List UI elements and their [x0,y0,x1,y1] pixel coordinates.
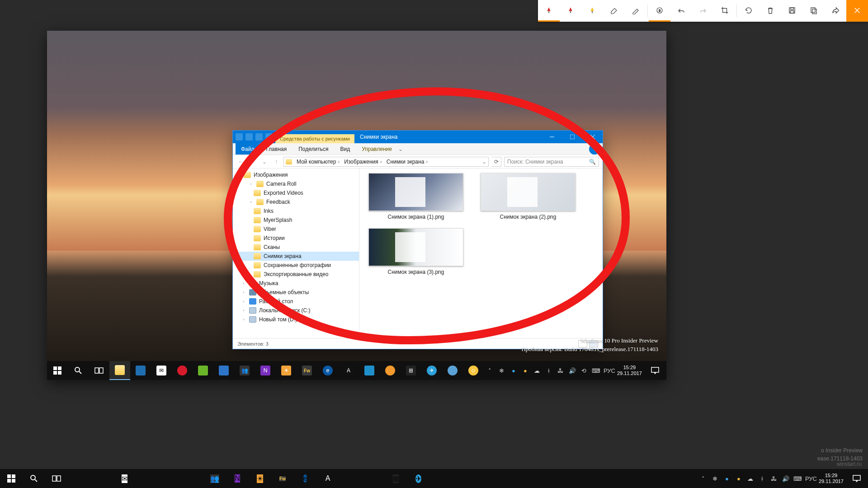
search-icon[interactable] [68,361,89,380]
nav-pane[interactable]: ⌄Изображения ›Camera Roll Exported Video… [233,169,359,338]
file-item[interactable]: Снимок экрана (1).png [364,173,468,220]
app-icon[interactable]: ☀ [249,469,271,488]
telegram-icon[interactable]: ✈ [407,469,429,488]
telegram-icon[interactable]: ✈ [421,361,442,380]
nav-item[interactable]: Exported Videos [233,188,359,197]
fireworks-icon[interactable]: Fw [271,469,294,488]
titlebar[interactable]: Средства работы с рисунками Снимки экран… [233,131,603,143]
nav-item[interactable]: ›Объемные объекты [233,288,359,297]
nav-item[interactable]: ›Локальный диск (C:) [233,306,359,315]
qat-icon[interactable] [255,133,263,141]
crop-icon[interactable] [714,0,736,22]
delete-icon[interactable] [760,0,781,22]
tray-app-icon[interactable]: ⌨ [592,367,600,374]
tray-app-icon[interactable]: ❄ [498,367,506,374]
pencil-icon[interactable] [625,0,646,22]
tray-app-icon[interactable]: ⟲ [580,367,588,374]
help-button[interactable]: ? [589,144,600,155]
file-explorer-icon[interactable] [68,469,90,488]
minimize-button[interactable] [542,131,562,143]
action-center-icon[interactable] [646,367,665,374]
network-icon[interactable]: 🖧 [557,367,565,374]
app-icon[interactable]: A [338,361,359,380]
app-icon[interactable]: ☀ [276,361,297,380]
app-icon[interactable] [213,361,234,380]
mail-icon[interactable]: ✉ [151,361,172,380]
close-button[interactable] [846,0,868,22]
app-icon[interactable] [181,469,203,488]
app-icon[interactable] [362,469,384,488]
emoji-icon[interactable]: ☺ [463,361,484,380]
nav-item[interactable]: ›Рабочий стол [233,297,359,306]
breadcrumb-segment[interactable]: Мой компьютер [295,159,341,165]
qat-icon[interactable] [265,133,273,141]
ribbon-collapse-icon[interactable]: ⌄ [398,146,403,152]
edge-icon[interactable]: e [317,361,338,380]
tray-app-icon[interactable]: ● [723,475,731,482]
task-view-icon[interactable] [45,469,68,488]
tray-app-icon[interactable]: ● [509,367,518,374]
app-icon[interactable] [359,361,380,380]
marker-red-icon[interactable] [538,0,560,22]
onedrive-icon[interactable]: ☁ [746,475,755,482]
marker-red2-icon[interactable] [560,0,581,22]
volume-icon[interactable]: 🔊 [782,475,790,482]
maximize-button[interactable] [562,131,582,143]
icons-view-icon[interactable] [589,340,598,347]
breadcrumb-dropdown-icon[interactable]: ⌄ [482,159,486,165]
tray-app-icon[interactable]: ❄ [711,475,719,482]
nav-item[interactable]: Inks [233,206,359,216]
people-icon[interactable]: 👥 [203,469,226,488]
app-icon[interactable] [339,469,362,488]
search-icon[interactable] [23,469,45,488]
onenote-icon[interactable]: N [255,361,276,380]
ribbon-tab-view[interactable]: Вид [335,143,355,155]
nav-forward-icon[interactable]: → [248,159,257,165]
save-icon[interactable] [781,0,803,22]
eraser-icon[interactable] [603,0,625,22]
breadcrumb-segment[interactable]: Изображения [342,159,383,165]
app-icon[interactable] [193,361,213,380]
app-icon[interactable] [380,361,401,380]
nav-item[interactable]: Сохраненные фотографии [233,261,359,270]
share-icon[interactable] [825,0,846,22]
nav-item[interactable]: Сканы [233,243,359,252]
tray-overflow-icon[interactable]: ˄ [486,367,494,374]
nav-item[interactable]: ›Новый том (D:) [233,315,359,324]
action-center-icon[interactable] [847,475,866,482]
breadcrumb[interactable]: Мой компьютер Изображения Снимки экрана … [283,157,489,167]
tray-app-icon[interactable]: ● [735,475,743,482]
nav-item[interactable]: ›Музыка [233,279,359,288]
nav-back-icon[interactable]: ← [236,159,245,165]
fireworks-icon[interactable]: Fw [297,361,317,380]
nav-history-icon[interactable]: ⌄ [260,159,269,165]
file-explorer-icon[interactable] [109,361,130,380]
app-icon[interactable] [429,469,452,488]
nav-item[interactable]: ›Camera Roll [233,179,359,188]
store-icon[interactable] [130,361,151,380]
ribbon-tab-file[interactable]: Файл [236,143,260,155]
search-input[interactable]: Поиск: Снимки экрана 🔍 [504,157,599,167]
opera-icon[interactable] [172,361,193,380]
nav-item[interactable]: Viber [233,225,359,234]
nav-item[interactable]: MyerSplash [233,216,359,225]
app-icon[interactable]: ⊞ [384,469,407,488]
network-icon[interactable]: 🖧 [770,475,778,482]
tray-app-icon[interactable]: ⌨ [793,475,802,482]
opera-icon[interactable] [136,469,158,488]
tray-app-icon[interactable]: ● [521,367,529,374]
ribbon-tab-home[interactable]: Главная [261,143,292,155]
nav-item[interactable]: ⌄Изображения [233,170,359,179]
app-icon[interactable]: ⊞ [401,361,421,380]
store-icon[interactable] [90,469,113,488]
people-icon[interactable]: 👥 [234,361,255,380]
nav-item[interactable]: ›Feedback [233,197,359,206]
volume-icon[interactable]: 🔊 [568,367,576,374]
qat-icon[interactable] [245,133,253,141]
details-view-icon[interactable] [578,340,587,347]
language-indicator[interactable]: РУС [805,475,813,482]
onedrive-icon[interactable]: ☁ [533,367,541,374]
app-icon[interactable]: A [316,469,339,488]
revert-icon[interactable] [738,0,760,22]
ribbon-tab-context[interactable]: Управление [356,143,397,155]
